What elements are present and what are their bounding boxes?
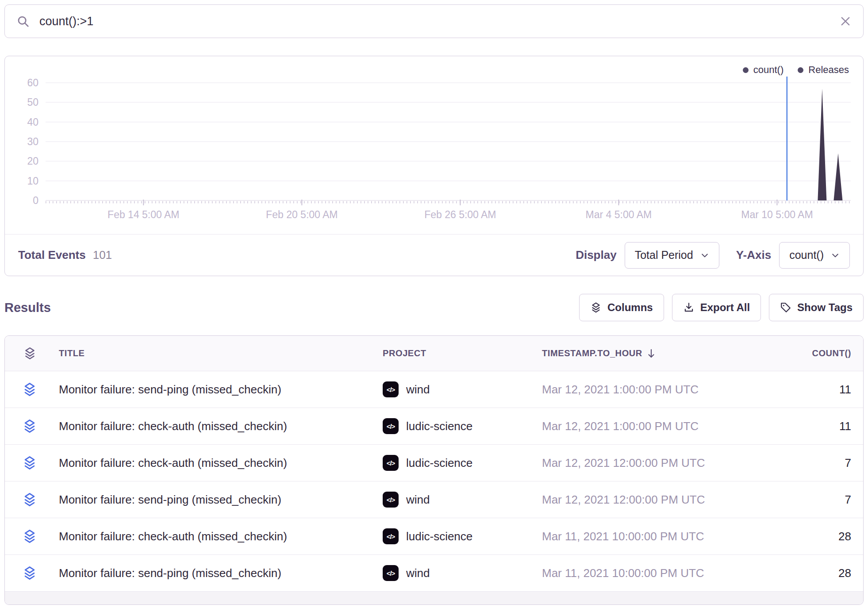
column-header-count[interactable]: COUNT() (730, 348, 863, 358)
row-count: 7 (845, 456, 851, 469)
results-header: Results Columns Export All Show Tags (4, 293, 864, 322)
row-timestamp: Mar 12, 2021 1:00:00 PM UTC (542, 419, 699, 433)
stack-icon (22, 455, 37, 470)
row-title[interactable]: Monitor failure: check-auth (missed_chec… (59, 419, 287, 433)
project-cell: </> wind (377, 492, 537, 508)
svg-text:Mar 10 5:00 AM: Mar 10 5:00 AM (741, 209, 813, 220)
project-cell: </> ludic-science (377, 418, 537, 434)
row-title[interactable]: Monitor failure: check-auth (missed_chec… (59, 456, 287, 469)
svg-text:Mar 4 5:00 AM: Mar 4 5:00 AM (586, 209, 652, 220)
svg-text:50: 50 (27, 96, 38, 108)
row-timestamp: Mar 11, 2021 10:00:00 PM UTC (542, 566, 704, 580)
row-title[interactable]: Monitor failure: send-ping (missed_check… (59, 493, 281, 506)
svg-text:Feb 14 5:00 AM: Feb 14 5:00 AM (108, 209, 179, 220)
stack-icon (22, 382, 37, 397)
results-title: Results (4, 300, 51, 315)
table-row: Monitor failure: send-ping (missed_check… (5, 555, 863, 592)
tag-icon (780, 302, 791, 313)
results-table-body: Monitor failure: send-ping (missed_check… (5, 371, 863, 592)
project-name: wind (406, 566, 430, 580)
yaxis-dropdown-value: count() (789, 249, 824, 262)
project-platform-icon: </> (383, 418, 399, 434)
svg-text:Feb 26 5:00 AM: Feb 26 5:00 AM (424, 209, 496, 220)
open-group-icon[interactable] (22, 566, 37, 581)
display-label: Display (576, 248, 617, 262)
project-name: wind (406, 493, 430, 507)
display-control: Display Total Period (576, 242, 719, 269)
stack-icon (22, 529, 37, 544)
svg-text:30: 30 (27, 136, 38, 147)
search-input[interactable] (38, 14, 830, 29)
stack-icon (23, 346, 37, 360)
svg-text:0: 0 (33, 195, 38, 206)
svg-text:20: 20 (27, 155, 38, 167)
events-chart-card: count()Releases 0102030405060Feb 14 5:00… (4, 56, 864, 276)
table-footer (5, 592, 863, 604)
columns-button[interactable]: Columns (579, 294, 664, 321)
download-icon (683, 302, 695, 313)
row-title[interactable]: Monitor failure: check-auth (missed_chec… (59, 530, 287, 543)
column-header-timestamp[interactable]: TIMESTAMP.TO_HOUR (537, 348, 730, 359)
svg-text:60: 60 (27, 77, 38, 89)
project-platform-icon: </> (383, 455, 399, 471)
header-icon-cell (5, 346, 54, 360)
project-cell: </> wind (377, 381, 537, 397)
display-dropdown-value: Total Period (635, 249, 693, 262)
open-group-icon[interactable] (22, 492, 37, 507)
project-cell: </> ludic-science (377, 528, 537, 544)
column-header-title[interactable]: TITLE (54, 348, 377, 358)
chevron-down-icon (700, 251, 709, 260)
yaxis-dropdown[interactable]: count() (779, 242, 850, 269)
row-timestamp: Mar 12, 2021 12:00:00 PM UTC (542, 493, 705, 506)
total-events-value: 101 (93, 248, 112, 262)
results-table: TITLE PROJECT TIMESTAMP.TO_HOUR COUNT() … (4, 335, 864, 605)
svg-text:40: 40 (27, 116, 38, 128)
stack-icon (22, 492, 37, 507)
columns-button-label: Columns (607, 301, 653, 314)
chart-controls: Display Total Period Y-Axis count() (576, 242, 850, 269)
row-count: 28 (838, 566, 851, 580)
row-timestamp: Mar 12, 2021 1:00:00 PM UTC (542, 383, 699, 396)
project-cell: </> ludic-science (377, 455, 537, 471)
project-platform-icon: </> (383, 492, 399, 508)
sort-descending-icon (646, 348, 656, 359)
open-group-icon[interactable] (22, 455, 37, 470)
open-group-icon[interactable] (22, 419, 37, 434)
project-name: ludic-science (406, 456, 472, 470)
export-all-button[interactable]: Export All (672, 294, 761, 321)
search-bar (4, 4, 864, 38)
table-row: Monitor failure: check-auth (missed_chec… (5, 445, 863, 481)
chevron-down-icon (831, 251, 840, 260)
yaxis-control: Y-Axis count() (736, 242, 850, 269)
total-events-label: Total Events (18, 248, 86, 262)
export-all-button-label: Export All (700, 301, 750, 314)
row-timestamp: Mar 11, 2021 10:00:00 PM UTC (542, 530, 704, 543)
row-title[interactable]: Monitor failure: send-ping (missed_check… (59, 566, 281, 580)
column-header-project[interactable]: PROJECT (377, 348, 537, 358)
show-tags-button[interactable]: Show Tags (769, 294, 864, 321)
project-cell: </> wind (377, 565, 537, 581)
search-icon (16, 15, 30, 28)
table-row: Monitor failure: send-ping (missed_check… (5, 371, 863, 408)
project-name: wind (406, 383, 430, 396)
show-tags-button-label: Show Tags (797, 301, 853, 314)
open-group-icon[interactable] (22, 382, 37, 397)
svg-text:Feb 20 5:00 AM: Feb 20 5:00 AM (266, 209, 338, 220)
project-platform-icon: </> (383, 528, 399, 544)
project-platform-icon: </> (383, 381, 399, 397)
events-chart-svg[interactable]: 0102030405060Feb 14 5:00 AMFeb 20 5:00 A… (5, 69, 863, 235)
svg-text:10: 10 (27, 175, 38, 187)
clear-search-icon[interactable] (839, 15, 852, 27)
row-title[interactable]: Monitor failure: send-ping (missed_check… (59, 383, 281, 396)
project-platform-icon: </> (383, 565, 399, 581)
layers-icon (590, 302, 602, 313)
total-events: Total Events 101 (18, 248, 112, 262)
row-timestamp: Mar 12, 2021 12:00:00 PM UTC (542, 456, 705, 469)
chart-footer: Total Events 101 Display Total Period Y-… (5, 234, 863, 276)
display-dropdown[interactable]: Total Period (625, 242, 719, 269)
table-row: Monitor failure: check-auth (missed_chec… (5, 408, 863, 445)
open-group-icon[interactable] (22, 529, 37, 544)
table-row: Monitor failure: check-auth (missed_chec… (5, 518, 863, 555)
stack-icon (22, 419, 37, 434)
project-name: ludic-science (406, 530, 472, 543)
